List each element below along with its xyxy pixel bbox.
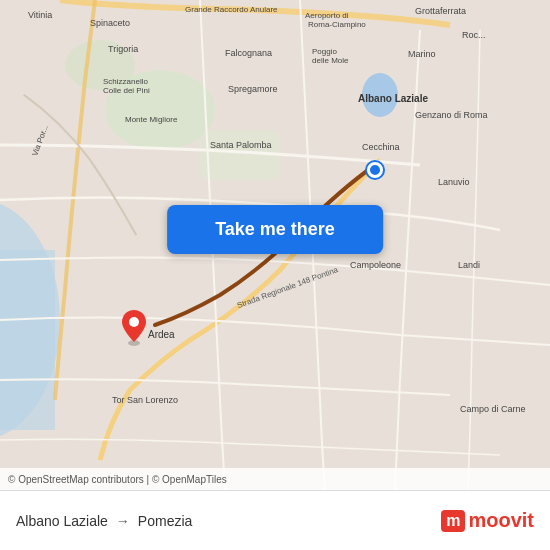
map-attribution: © OpenStreetMap contributors | © OpenMap… (0, 468, 550, 490)
route-from: Albano Laziale (16, 513, 108, 529)
svg-point-36 (129, 317, 139, 327)
app: Vitinia Spinaceto Grande Raccordo Anular… (0, 0, 550, 550)
svg-text:Vitinia: Vitinia (28, 10, 52, 20)
svg-text:Aeroporto di: Aeroporto di (305, 11, 349, 20)
svg-rect-2 (0, 250, 55, 430)
svg-text:Campoleone: Campoleone (350, 260, 401, 270)
svg-text:Ardea: Ardea (148, 329, 175, 340)
svg-text:Grottaferrata: Grottaferrata (415, 6, 466, 16)
attribution-text: © OpenStreetMap contributors | © OpenMap… (8, 474, 227, 485)
svg-text:delle Mole: delle Mole (312, 56, 349, 65)
svg-text:Spregamore: Spregamore (228, 84, 278, 94)
svg-text:Grande Raccordo Anulare: Grande Raccordo Anulare (185, 5, 278, 14)
svg-text:Falcognana: Falcognana (225, 48, 272, 58)
svg-text:Santa Palomba: Santa Palomba (210, 140, 272, 150)
svg-text:Genzano di Roma: Genzano di Roma (415, 110, 488, 120)
moovit-logo: m moovit (441, 509, 534, 532)
button-container: Take me there (167, 205, 383, 254)
destination-pin (120, 308, 148, 350)
svg-text:Colle dei Pini: Colle dei Pini (103, 86, 150, 95)
bottom-bar: Albano Laziale → Pomezia m moovit (0, 490, 550, 550)
svg-text:Trigoria: Trigoria (108, 44, 138, 54)
svg-text:Schizzanello: Schizzanello (103, 77, 148, 86)
route-to: Pomezia (138, 513, 192, 529)
svg-text:Roma-Ciampino: Roma-Ciampino (308, 20, 366, 29)
map: Vitinia Spinaceto Grande Raccordo Anular… (0, 0, 550, 490)
svg-text:Tor San Lorenzo: Tor San Lorenzo (112, 395, 178, 405)
svg-text:Roc...: Roc... (462, 30, 486, 40)
take-me-there-button[interactable]: Take me there (167, 205, 383, 254)
origin-dot (367, 162, 383, 178)
moovit-text: moovit (468, 509, 534, 532)
svg-text:Spinaceto: Spinaceto (90, 18, 130, 28)
route-arrow: → (116, 513, 130, 529)
svg-text:Monte Migliore: Monte Migliore (125, 115, 178, 124)
svg-text:Campo di Carne: Campo di Carne (460, 404, 526, 414)
svg-text:Marino: Marino (408, 49, 436, 59)
svg-text:Lanuvio: Lanuvio (438, 177, 470, 187)
svg-text:Landi: Landi (458, 260, 480, 270)
svg-text:Cecchina: Cecchina (362, 142, 400, 152)
moovit-m-icon: m (441, 510, 465, 532)
svg-text:Albano Laziale: Albano Laziale (358, 93, 428, 104)
svg-text:Poggio: Poggio (312, 47, 337, 56)
